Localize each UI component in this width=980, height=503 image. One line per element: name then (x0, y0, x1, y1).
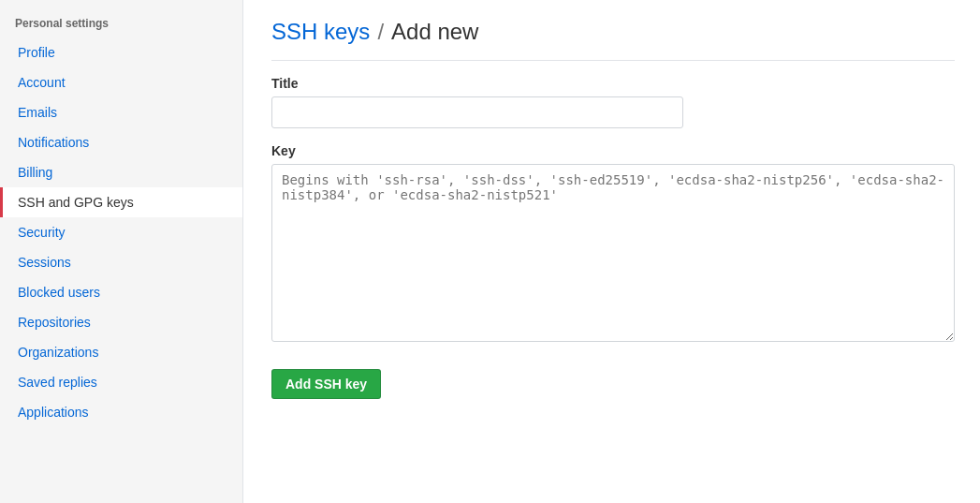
sidebar-item-notifications[interactable]: Notifications (0, 127, 242, 157)
sidebar-item-emails[interactable]: Emails (0, 97, 242, 127)
sidebar-item-organizations[interactable]: Organizations (0, 337, 242, 367)
sidebar-item-account[interactable]: Account (0, 67, 242, 97)
sidebar-item-repositories[interactable]: Repositories (0, 307, 242, 337)
sidebar-heading: Personal settings (0, 9, 242, 37)
key-textarea[interactable] (271, 164, 955, 342)
title-input[interactable] (271, 96, 683, 128)
main-content: SSH keys / Add new Title Key Add SSH key (243, 0, 980, 503)
sidebar: Personal settings ProfileAccountEmailsNo… (0, 0, 243, 503)
sidebar-item-saved-replies[interactable]: Saved replies (0, 367, 242, 397)
page-title-separator: / (377, 19, 384, 45)
page-title-sub: Add new (391, 19, 478, 45)
sidebar-item-profile[interactable]: Profile (0, 37, 242, 67)
key-field-group: Key (271, 143, 955, 345)
sidebar-item-sessions[interactable]: Sessions (0, 247, 242, 277)
title-label: Title (271, 76, 955, 91)
key-label: Key (271, 143, 955, 158)
title-field-group: Title (271, 76, 955, 128)
add-ssh-key-button[interactable]: Add SSH key (271, 369, 381, 399)
sidebar-item-applications[interactable]: Applications (0, 397, 242, 427)
sidebar-item-blocked-users[interactable]: Blocked users (0, 277, 242, 307)
sidebar-item-ssh-gpg-keys[interactable]: SSH and GPG keys (0, 187, 242, 217)
sidebar-item-billing[interactable]: Billing (0, 157, 242, 187)
page-title-ssh: SSH keys (271, 19, 370, 45)
page-header: SSH keys / Add new (271, 19, 955, 61)
sidebar-item-security[interactable]: Security (0, 217, 242, 247)
